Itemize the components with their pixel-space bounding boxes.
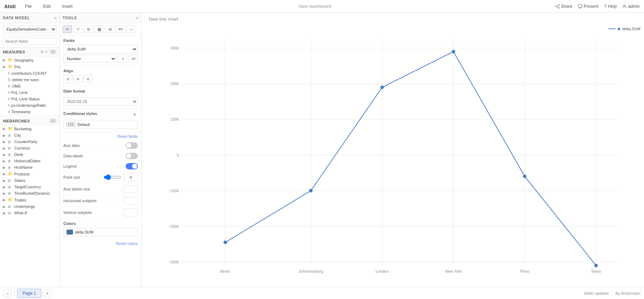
hier-hostname[interactable]: ▶ ⊞ HostName	[0, 164, 59, 171]
data-point-paris[interactable]	[523, 175, 527, 178]
page-1-tab[interactable]: Page 1	[17, 289, 41, 298]
hier-trades[interactable]: ▶ 📁 Trades	[0, 196, 59, 203]
help-button[interactable]: ? Help	[604, 4, 617, 9]
add-measure-button[interactable]: +	[45, 49, 48, 54]
bar-chart-tool-button[interactable]: ▦	[95, 25, 104, 33]
fx-icon: fx	[8, 84, 11, 88]
align-right-button[interactable]: ≡	[83, 75, 93, 83]
format-percent-btn[interactable]: .00	[129, 55, 138, 63]
tools-collapse-button[interactable]: «	[136, 15, 138, 21]
menu-file[interactable]: File	[23, 2, 34, 10]
expand-icon: ▶	[3, 166, 6, 169]
hier-bucketing[interactable]: ▶ 📁 Bucketing	[0, 125, 59, 132]
measure-timestamp[interactable]: # Timestamp	[0, 109, 59, 115]
format-decimal-btn[interactable]: .0	[118, 55, 127, 63]
copy-tool-button[interactable]: ⧉	[84, 25, 93, 33]
colors-section: Colors delta.SUM	[60, 219, 141, 239]
menu-insert[interactable]: Insert	[60, 2, 75, 10]
horizontal-subplots-label: Horizontal subplots	[63, 199, 97, 203]
measure-delete-me[interactable]: fx delete me soon	[0, 77, 59, 83]
hier-counterparty[interactable]: ▶ ⊞ CounterParty	[0, 138, 59, 145]
share-button[interactable]: Share	[555, 4, 572, 9]
folder-icon: 📁	[8, 172, 13, 176]
axis-labels-size-input[interactable]: 12	[124, 185, 138, 193]
hash-icon: #	[8, 72, 10, 75]
data-point-tokyo[interactable]	[594, 264, 598, 267]
tools-toolbar: ✏ ▽ ⧉ ▦ ⊟ XY —	[60, 23, 141, 36]
measure-pv-underlyings-ratio[interactable]: # pv.UnderlyingsRatio	[0, 102, 59, 109]
user-menu[interactable]: admin	[622, 4, 640, 9]
hier-currency[interactable]: ▶ ⊞ Currency	[0, 145, 59, 151]
date-format-section: Date format 2022-02-18	[60, 86, 141, 109]
measure-ome[interactable]: fx OME	[0, 83, 59, 89]
vertical-subplots-input[interactable]: 6	[124, 209, 138, 216]
chart-area: New line chart delta.SUM .grid-line { st…	[142, 13, 644, 287]
add-page-button[interactable]: +	[43, 289, 51, 297]
field-dropdown[interactable]: delta.SUM	[63, 45, 138, 53]
svg-rect-5	[578, 5, 582, 7]
line-chart-svg: .grid-line { stroke: #e8e8e8; stroke-wid…	[149, 27, 637, 283]
data-model-collapse-button[interactable]: «	[54, 15, 57, 21]
present-button[interactable]: Present	[578, 4, 598, 9]
measure-geography[interactable]: ▶ 📁 Geography	[0, 57, 59, 63]
expand-icon: ▶	[3, 140, 6, 144]
chart-container[interactable]: delta.SUM .grid-line { stroke: #e8e8e8; …	[142, 23, 644, 287]
point-size-input[interactable]	[124, 173, 138, 181]
add-conditional-style-button[interactable]: +	[131, 111, 138, 118]
pencil-tool-button[interactable]: ✏	[63, 25, 72, 33]
hier-status[interactable]: ▶ ⊞ Status	[0, 177, 59, 184]
data-point-johannesburg[interactable]	[309, 189, 313, 193]
measure-pnl[interactable]: ▶ 📁 PnL	[0, 63, 59, 70]
hier-underlyings[interactable]: ▶ ⊞ Underlyings	[0, 203, 59, 210]
hier-city[interactable]: ▶ ⊞ City	[0, 132, 59, 138]
table-tool-button[interactable]: ⊟	[105, 25, 115, 33]
minus-tool-button[interactable]: —	[127, 25, 136, 33]
hier-desk[interactable]: ▶ ⊞ Desk	[0, 151, 59, 158]
align-left-button[interactable]: ≡	[63, 75, 73, 83]
hier-what-if[interactable]: ▶ ⊞ What-If	[0, 210, 59, 216]
hier-historical-dates[interactable]: ▶ ⊞ HistoricalDates	[0, 158, 59, 164]
model-selector-container: EquityDerivativesCube - R...	[0, 23, 59, 36]
fx-button[interactable]: fx	[41, 50, 44, 54]
expand-icon: ▶	[3, 127, 6, 131]
data-labels-toggle[interactable]	[126, 153, 138, 159]
format-row: Number .0 .00	[63, 55, 138, 63]
data-point-new-york[interactable]	[452, 50, 455, 53]
divider-icon: |	[14, 290, 15, 297]
hierarchy-icon: ⊞	[8, 159, 13, 163]
svg-point-2	[555, 6, 556, 7]
hier-time-bucket-dynamic[interactable]: ▶ ⊞ TimeBucketDynamic	[0, 190, 59, 196]
align-center-button[interactable]: ≡	[73, 75, 83, 83]
point-size-slider[interactable]	[104, 174, 121, 180]
data-point-berlin[interactable]	[224, 241, 227, 244]
chart-title: New line chart	[142, 13, 644, 23]
search-fields-input[interactable]	[3, 38, 57, 45]
measure-pnl-limit-status[interactable]: # PnL Limit Status	[0, 96, 59, 102]
data-point-london[interactable]	[380, 85, 384, 89]
hier-products[interactable]: ▶ 📁 Products	[0, 171, 59, 177]
cond-style-item[interactable]: 123 Default	[63, 120, 138, 129]
legend-toggle[interactable]	[126, 163, 138, 169]
filter-tool-button[interactable]: ▽	[73, 25, 83, 33]
xy-tool-button[interactable]: XY	[116, 25, 125, 33]
measure-pnl-limit[interactable]: # PnL Limit	[0, 89, 59, 96]
color-item[interactable]: delta.SUM	[63, 228, 138, 236]
expand-icon: ▶	[3, 153, 6, 157]
vertical-subplots-row: Vertical subplots 6	[60, 207, 141, 219]
defer-updates-label[interactable]: Defer updates	[584, 291, 609, 295]
expand-icon: ▶	[3, 198, 6, 202]
horizontal-subplots-row: Horizontal subplots 6	[60, 195, 141, 207]
home-button[interactable]: ⌂	[4, 289, 11, 297]
axis-titles-toggle[interactable]	[126, 142, 138, 149]
data-model-header: DATA MODEL «	[0, 13, 59, 23]
hier-target-currency[interactable]: ▶ ⊞ TargetCurrency	[0, 184, 59, 190]
model-selector-dropdown[interactable]: EquityDerivativesCube - R...	[3, 25, 57, 33]
measure-contributors-count[interactable]: # contributors.COUNT	[0, 70, 59, 77]
horizontal-subplots-input[interactable]: 6	[124, 197, 138, 205]
date-format-dropdown[interactable]: 2022-02-18	[63, 98, 138, 105]
data-labels-row: Data labels	[60, 151, 141, 161]
reset-fields-link[interactable]: Reset fields	[63, 133, 138, 140]
format-dropdown[interactable]: Number	[63, 55, 116, 63]
reset-colors-link[interactable]: Reset colors	[60, 239, 141, 248]
menu-edit[interactable]: Edit	[41, 2, 53, 10]
